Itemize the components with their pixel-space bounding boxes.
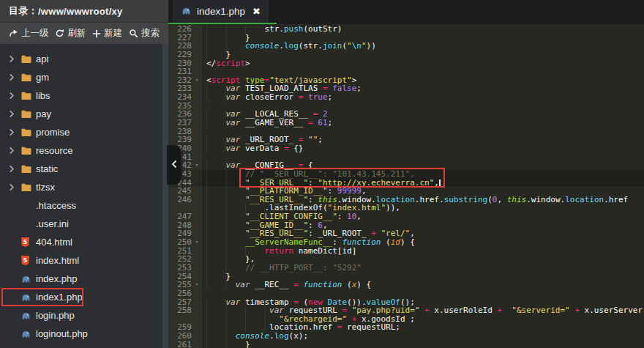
fold-spacer xyxy=(192,34,202,42)
toolbar-button-label: 新建 xyxy=(104,27,122,40)
code-line-260[interactable]: 260 console.log(x); xyxy=(168,332,644,341)
fold-spacer xyxy=(192,289,202,298)
fold-spacer xyxy=(192,221,202,230)
code-line-261[interactable]: 261 } xyxy=(168,341,644,348)
tree-item-libs[interactable]: libs xyxy=(0,86,162,105)
tree-item-404-html[interactable]: 5404.html xyxy=(0,233,162,251)
tree-item-label: gm xyxy=(36,72,49,83)
chevron-right-icon[interactable] xyxy=(9,165,20,173)
line-number: 250 xyxy=(168,238,192,247)
search-button[interactable]: 搜索 xyxy=(129,27,160,40)
folder-icon xyxy=(20,146,36,155)
folder-icon xyxy=(20,91,36,100)
fold-spacer xyxy=(192,127,202,136)
chevron-right-icon[interactable] xyxy=(9,128,20,136)
line-number: 261 xyxy=(168,341,192,348)
fold-spacer xyxy=(192,298,202,307)
chevron-right-icon[interactable] xyxy=(9,147,20,155)
editor: index1.php ✖ 226 str.push(outStr)227 }22… xyxy=(168,0,644,348)
refresh-button[interactable]: 刷新 xyxy=(55,27,86,40)
tree-item-static[interactable]: static xyxy=(0,160,162,178)
line-number: 247 xyxy=(168,212,192,221)
tree-item-label: libs xyxy=(36,90,50,101)
tree-item-resource[interactable]: resource xyxy=(0,141,162,160)
fold-spacer xyxy=(192,51,202,59)
tree-item-label: loginout.php xyxy=(36,328,88,339)
line-number: 237 xyxy=(168,119,192,127)
code-line-226[interactable]: 226 str.push(outStr) xyxy=(168,25,644,34)
tree-item-tlzsx[interactable]: tlzsx xyxy=(0,178,162,196)
directory-path: /www/wwwroot/xy xyxy=(38,6,123,17)
sidebar-scrollbar[interactable] xyxy=(162,44,168,348)
collapse-handle[interactable] xyxy=(167,145,181,185)
tree-item-gm[interactable]: gm xyxy=(0,68,162,86)
line-number: 246 xyxy=(168,196,192,204)
gutter: 237 xyxy=(168,119,202,127)
code-line-237[interactable]: 237 var __GAME_VER__ = 61; xyxy=(168,119,644,127)
gutter: 246 xyxy=(168,196,202,204)
line-number: 258 xyxy=(168,306,192,315)
fold-spacer xyxy=(192,273,202,281)
code-line-247[interactable]: 247 "__CLIENT_CONFIG__": 10, xyxy=(168,212,644,221)
fold-spacer xyxy=(192,212,202,221)
fold-spacer xyxy=(192,264,202,273)
line-number: 226 xyxy=(168,25,192,34)
chevron-right-icon[interactable] xyxy=(9,92,20,100)
tree-item-index-php[interactable]: index.php xyxy=(0,270,162,288)
tree-item-promise[interactable]: promise xyxy=(0,123,162,141)
fold-arrow-icon[interactable]: ▾ xyxy=(192,281,202,289)
fold-spacer xyxy=(192,153,202,162)
chevron-right-icon[interactable] xyxy=(9,55,20,63)
chevron-right-icon[interactable] xyxy=(9,73,20,81)
chevron-right-icon[interactable] xyxy=(9,183,20,191)
code-line-253[interactable]: 253 // __HTTP_PORT__: "5292" xyxy=(168,264,644,273)
fold-spacer xyxy=(192,341,202,348)
refresh-icon xyxy=(55,29,64,38)
line-number: 260 xyxy=(168,332,192,341)
folder-icon xyxy=(20,182,36,192)
gutter: 261 xyxy=(168,341,202,348)
directory-label: 目录： xyxy=(9,4,38,18)
code-line-250[interactable]: 250▾ __ServerNameFunc__: function (id) { xyxy=(168,238,644,247)
search-icon xyxy=(129,29,138,38)
php-icon xyxy=(20,274,36,284)
code-area[interactable]: 226 str.push(outStr)227 }228 console.log… xyxy=(168,24,644,348)
fold-spacer xyxy=(192,136,202,144)
gutter: 229 xyxy=(168,51,202,59)
fold-arrow-icon[interactable]: ▾ xyxy=(192,76,202,85)
tab-index1-php[interactable]: index1.php ✖ xyxy=(173,0,269,23)
fold-spacer xyxy=(192,170,202,179)
code-line-228[interactable]: 228 console.log(str.join("\n")) xyxy=(168,42,644,51)
tree-item-loginout-php[interactable]: loginout.php xyxy=(0,325,162,343)
tree-item-index1-php[interactable]: index1.php xyxy=(0,288,162,306)
code-line-255[interactable]: 255▾ var __REC__ = function (x) { xyxy=(168,281,644,289)
svg-text:5: 5 xyxy=(23,239,27,245)
fold-spacer xyxy=(192,315,202,324)
up-button[interactable]: 上一级 xyxy=(9,27,49,40)
tab-close-icon[interactable]: ✖ xyxy=(252,6,261,17)
tree-item-login-php[interactable]: login.php xyxy=(0,306,162,325)
chevron-right-icon[interactable] xyxy=(9,110,20,118)
fold-spacer xyxy=(192,323,202,332)
tree-item-pay[interactable]: pay xyxy=(0,105,162,123)
code-line-240[interactable]: 240 var verData = {} xyxy=(168,144,644,153)
up-arrow-icon xyxy=(9,29,18,38)
fold-arrow-icon[interactable]: ▾ xyxy=(192,161,202,170)
tree-item-api[interactable]: api xyxy=(0,50,162,68)
html5-icon: 5 xyxy=(20,255,36,266)
php-icon xyxy=(20,311,36,320)
fold-arrow-icon[interactable]: ▾ xyxy=(192,238,202,247)
tree-item-user-ini[interactable]: .user.ini xyxy=(0,215,162,233)
code-line-234[interactable]: 234 var closeError = true; xyxy=(168,93,644,102)
indent-guides xyxy=(206,238,245,247)
code-line-230[interactable]: 230</script> xyxy=(168,59,644,68)
tree-item-index-html[interactable]: 5index.html xyxy=(0,251,162,270)
code-text: } xyxy=(202,341,250,348)
plus-icon xyxy=(92,29,101,38)
tree-item-htaccess[interactable]: .htaccess xyxy=(0,196,162,215)
php-icon xyxy=(181,6,192,18)
tree-item-label: promise xyxy=(36,127,70,138)
new-button[interactable]: 新建 xyxy=(92,27,122,40)
fold-spacer xyxy=(192,119,202,127)
file-tree: apigmlibspaypromiseresourcestatictlzsx.h… xyxy=(0,44,162,348)
